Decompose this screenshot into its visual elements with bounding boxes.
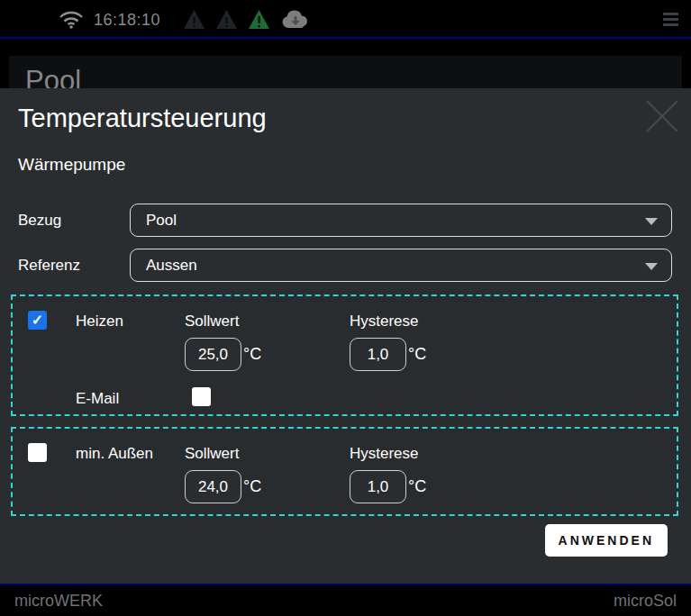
referenz-label: Referenz	[18, 257, 80, 275]
min-aussen-label: min. Außen	[76, 445, 153, 463]
heizen-label: Heizen	[76, 313, 123, 331]
hysterese-column-header: Hysterese	[350, 445, 419, 463]
heizen-hysterese-input[interactable]	[350, 338, 406, 371]
warning-triangle-green-icon	[248, 9, 270, 30]
apply-button[interactable]: ANWENDEN	[545, 524, 668, 557]
status-icons	[183, 9, 311, 30]
referenz-selected-value: Aussen	[146, 257, 197, 275]
bezug-select[interactable]: Pool	[130, 204, 672, 237]
hysterese-unit: °C	[408, 345, 426, 364]
status-clock: 16:18:10	[94, 11, 160, 30]
sollwert-unit: °C	[243, 345, 261, 364]
footer-brand-right: microSol	[614, 592, 677, 611]
chevron-down-icon	[645, 218, 658, 225]
bezug-field-row: Bezug Pool	[14, 204, 677, 237]
heizen-section: ✓ Heizen Sollwert Hysterese °C °C E-Mail	[11, 294, 678, 416]
close-icon[interactable]	[645, 100, 679, 134]
email-label: E-Mail	[76, 390, 119, 408]
heizen-sollwert-input[interactable]	[185, 338, 241, 371]
chevron-down-icon	[645, 263, 658, 270]
sollwert-unit: °C	[243, 477, 261, 496]
email-checkbox[interactable]	[192, 387, 211, 406]
bezug-label: Bezug	[18, 212, 61, 230]
hysterese-unit: °C	[408, 477, 426, 496]
dialog-title: Temperatursteuerung	[18, 104, 677, 133]
heizen-checkbox[interactable]: ✓	[28, 311, 47, 330]
warning-triangle-dark-icon-2	[215, 9, 238, 30]
warning-triangle-dark-icon-1	[183, 9, 205, 30]
min-aussen-section: min. Außen Sollwert Hysterese °C °C	[11, 427, 678, 516]
temperature-control-dialog: Temperatursteuerung Wärmepumpe Bezug Poo…	[0, 88, 691, 584]
referenz-field-row: Referenz Aussen	[14, 249, 677, 282]
cloud-download-icon	[280, 9, 311, 30]
footer-brand-left: microWERK	[14, 592, 103, 611]
hamburger-menu-icon[interactable]	[663, 13, 678, 29]
dialog-subtitle: Wärmepumpe	[18, 155, 677, 175]
top-status-bar: 16:18:10	[0, 0, 691, 39]
sollwert-column-header: Sollwert	[185, 445, 239, 463]
wifi-icon	[59, 11, 83, 29]
sollwert-column-header: Sollwert	[185, 313, 239, 331]
footer: microWERK microSol	[0, 584, 691, 616]
min-aussen-hysterese-input[interactable]	[350, 470, 406, 503]
hysterese-column-header: Hysterese	[350, 313, 419, 331]
min-aussen-checkbox[interactable]	[28, 443, 47, 462]
referenz-select[interactable]: Aussen	[130, 249, 672, 282]
bezug-selected-value: Pool	[146, 212, 177, 230]
min-aussen-sollwert-input[interactable]	[185, 470, 241, 503]
